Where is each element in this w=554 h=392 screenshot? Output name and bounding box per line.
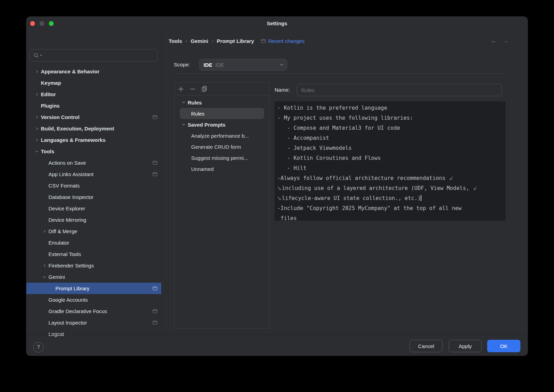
sidebar-item-emulator[interactable]: Emulator [26,237,161,248]
prompt-item-label: Saved Prompts [188,122,225,128]
sidebar-item-label: Gradle Declarative Focus [48,308,107,314]
sidebar-item-gemini[interactable]: ›Gemini [26,271,161,283]
chevron-right-icon[interactable]: › [33,92,41,97]
breadcrumb-item-tools[interactable]: Tools [169,38,182,44]
editor-preview-icon [261,39,266,43]
breadcrumb-separator-icon: › [212,38,213,44]
back-arrow-icon[interactable]: ← [490,37,497,45]
chevron-right-icon[interactable]: › [33,115,41,120]
footer-bar: ? Cancel Apply OK [26,335,528,356]
editor-line: lifecycle-aware UI state collection., et… [277,193,503,203]
sidebar-item-label: CSV Formats [48,183,80,189]
apply-button[interactable]: Apply [449,340,482,352]
prompt-tree: ›RulesRules›Saved PromptsAnalyze perform… [175,95,269,174]
sidebar-item-appearance-behavior[interactable]: ›Appearance & Behavior [26,66,161,77]
sidebar-item-keymap[interactable]: Keymap [26,77,161,89]
remove-prompt-button[interactable] [189,85,196,92]
sidebar-item-device-mirroring[interactable]: Device Mirroring [26,214,161,226]
editor-line-text: - Kotlin Coroutines and Flows [277,155,381,161]
search-icon [33,53,39,58]
scope-label: Scope: [174,62,190,67]
copy-prompt-button[interactable] [201,85,208,92]
settings-tree: ›Appearance & BehaviorKeymap›EditorPlugi… [26,66,161,340]
breadcrumb-item-prompt-library[interactable]: Prompt Library [217,38,254,44]
scope-dropdown[interactable]: IDE IDE › [199,59,287,71]
help-button[interactable]: ? [33,342,44,353]
chevron-down-icon[interactable]: › [41,274,48,280]
prompt-item-suggest-missing-permi-5[interactable]: Suggest missing permi... [180,152,264,163]
forward-arrow-icon[interactable]: → [502,37,509,45]
sidebar-item-device-explorer[interactable]: Device Explorer [26,203,161,214]
chevron-right-icon[interactable]: › [33,69,41,74]
prompt-group-saved-prompts-2[interactable]: ›Saved Prompts [180,119,264,130]
editor-line-text: -Always follow official architecture rec… [277,175,449,181]
sidebar-item-label: Layout Inspector [48,320,87,326]
sidebar-item-prompt-library[interactable]: Prompt Library [26,283,161,294]
sidebar-item-label: Google Accounts [48,297,88,303]
editor-line-text: - Jetpack Viewmodels [277,145,352,151]
prompt-list-toolbar [175,83,269,95]
sidebar-item-tools[interactable]: ›Tools [26,146,161,157]
prompt-item-label: Unnamed [191,166,214,172]
sidebar-item-label: Editor [41,91,56,97]
chevron-down-icon[interactable]: › [180,100,188,105]
editor-preview-icon [153,309,157,313]
editor-line: - Kotlin is the preferred language [277,103,503,113]
prompt-item-unnamed-6[interactable]: Unnamed [180,163,264,174]
sidebar-item-csv-formats[interactable]: CSV Formats [26,180,161,191]
editor-line-text: files [277,215,297,221]
sidebar-item-editor[interactable]: ›Editor [26,89,161,100]
chevron-right-icon[interactable]: › [41,263,48,268]
sidebar-item-gradle-declarative-focus[interactable]: Gradle Declarative Focus [26,306,161,317]
settings-search-box[interactable] [29,49,158,62]
prompt-name-input[interactable] [297,84,502,96]
ok-button[interactable]: OK [487,340,520,352]
breadcrumb-item-gemini[interactable]: Gemini [191,38,208,44]
prompt-list-panel: ›RulesRules›Saved PromptsAnalyze perform… [174,82,270,329]
chevron-down-icon[interactable]: › [33,149,41,154]
sidebar-item-label: Keymap [41,80,61,86]
cancel-button[interactable]: Cancel [410,340,443,352]
prompt-item-rules-1[interactable]: Rules [180,108,264,119]
chevron-down-icon: › [278,64,285,65]
chevron-right-icon[interactable]: › [33,137,41,143]
sidebar-item-plugins[interactable]: Plugins [26,100,161,111]
prompt-item-label: Suggest missing permi... [191,155,248,161]
revert-changes-link[interactable]: Revert changes [261,38,305,44]
editor-line: - Hilt [277,163,503,173]
prompt-text-editor[interactable]: - Kotlin is the preferred language- My p… [275,101,506,221]
prompt-group-rules-0[interactable]: ›Rules [180,97,264,108]
prompt-item-label: Analyze performance b... [191,133,249,139]
sidebar-item-label: Database Inspector [48,194,93,200]
sidebar-item-firebender-settings[interactable]: ›Firebender Settings [26,260,161,271]
sidebar-item-build-execution-deployment[interactable]: ›Build, Execution, Deployment [26,123,161,134]
prompt-item-generate-crud-form-4[interactable]: Generate CRUD form [180,141,264,152]
chevron-right-icon[interactable]: › [41,229,48,234]
add-prompt-button[interactable] [177,85,184,92]
editor-preview-icon [153,161,157,165]
window-title: Settings [26,20,528,26]
sidebar-item-external-tools[interactable]: External Tools [26,248,161,260]
editor-line: -Include "Copyright 2025 MyCompany" at t… [277,203,503,213]
editor-line: - Compose and Material3 for UI code [277,123,503,133]
soft-wrap-start-icon [277,194,282,204]
sidebar-item-diff-merge[interactable]: ›Diff & Merge [26,226,161,237]
sidebar-item-version-control[interactable]: ›Version Control [26,111,161,123]
history-nav: ← → [490,36,521,46]
sidebar-item-actions-on-save[interactable]: Actions on Save [26,157,161,168]
prompt-item-analyze-performance-b-3[interactable]: Analyze performance b... [180,130,264,141]
sidebar-item-label: Prompt Library [55,285,89,291]
sidebar-item-languages-frameworks[interactable]: ›Languages & Frameworks [26,134,161,146]
chevron-right-icon[interactable]: › [33,126,41,131]
sidebar-item-google-accounts[interactable]: Google Accounts [26,294,161,306]
sidebar-item-database-inspector[interactable]: Database Inspector [26,191,161,203]
settings-search-input[interactable] [43,52,154,59]
editor-line: including use of a layered architecture … [277,183,503,193]
editor-line-text: -Include "Copyright 2025 MyCompany" at t… [277,205,462,211]
chevron-down-icon[interactable]: › [180,122,188,127]
sidebar-item-app-links-assistant[interactable]: App Links Assistant [26,168,161,180]
editor-line-text: - Kotlin is the preferred language [277,105,387,111]
editor-line: files [277,213,503,221]
editor-line-text: - Hilt [277,165,306,171]
sidebar-item-layout-inspector[interactable]: Layout Inspector [26,317,161,328]
